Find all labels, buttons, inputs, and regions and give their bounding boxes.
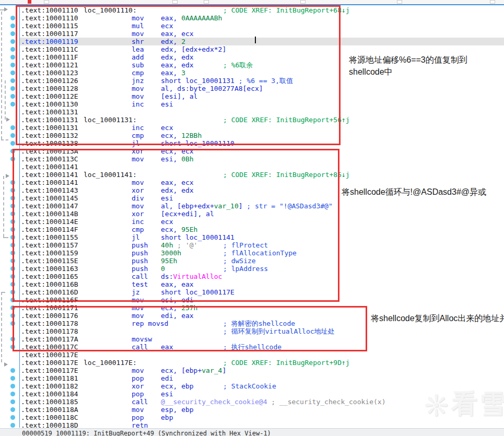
jump-arrow-stub <box>0 9 4 10</box>
breakpoint-dot[interactable] <box>10 86 15 91</box>
toolbar-bookmark-icon[interactable] <box>28 0 31 4</box>
jump-arrow-stub <box>3 237 8 238</box>
asm-operand-segment: esi <box>161 390 173 398</box>
kanxue-watermark: ❊ 看雪 <box>424 386 504 422</box>
toolbar-window-icon[interactable] <box>204 0 209 4</box>
breakpoint-dot[interactable] <box>10 78 15 83</box>
asm-operand-segment: var_4 <box>202 367 222 374</box>
asm-operands: esp, ebp <box>161 406 194 414</box>
toolbar-strip <box>0 0 504 4</box>
breakpoint-dot[interactable] <box>10 384 15 388</box>
asm-address: .text:10001184 <box>21 390 78 398</box>
watermark-text: 看雪 <box>451 388 504 419</box>
status-bar: 00000519 10001119: InitBugReport+49 (Syn… <box>0 428 504 436</box>
snowflake-icon: ❊ <box>424 388 449 422</box>
toolbar-window-icon[interactable] <box>490 0 495 4</box>
asm-mnemonic: xor <box>132 382 144 390</box>
asm-line[interactable]: .text:10001181popedi <box>20 374 504 382</box>
breakpoint-dot[interactable] <box>10 376 15 381</box>
breakpoint-dot[interactable] <box>10 368 15 373</box>
asm-mnemonic: pop <box>132 390 144 398</box>
asm-operand-segment: ebp <box>161 414 173 421</box>
annotation-text: 将源地址偏移%6==3的值复制到 <box>349 54 467 66</box>
asm-line[interactable]: .text:1000117E <box>20 351 504 359</box>
annotation-text: shellcode中 <box>349 66 393 78</box>
asm-operand-segment: ecx, ebp <box>161 382 194 390</box>
asm-line[interactable]: .text:1000117Emovecx, [ebp+var_4] <box>20 367 504 374</box>
breakpoint-dot[interactable] <box>10 55 15 60</box>
breakpoint-dot[interactable] <box>10 141 15 146</box>
ida-disassembly-window: .text:10001110loc_10001110:; CODE XREF: … <box>0 0 504 436</box>
breakpoint-dot[interactable] <box>10 39 15 44</box>
asm-comment: ; StackCookie <box>223 382 276 390</box>
jump-arrow-icon <box>4 7 8 11</box>
asm-address: .text:1000118A <box>21 406 78 414</box>
breakpoint-dot[interactable] <box>10 70 15 75</box>
asm-operand-segment: esp, ebp <box>161 406 194 414</box>
jump-arrow-icon <box>4 362 8 367</box>
breakpoint-dot[interactable] <box>10 133 15 138</box>
breakpoint-dot[interactable] <box>10 125 15 130</box>
jump-arrow-stub <box>1 139 8 140</box>
asm-line[interactable]: .text:1000117Eloc_1000117E:; CODE XREF: … <box>20 359 504 367</box>
asm-address: .text:1000117E <box>21 367 78 374</box>
highlight-box-decode-loop <box>16 5 341 145</box>
breakpoint-dot[interactable] <box>10 407 15 412</box>
breakpoint-dot[interactable] <box>10 102 15 107</box>
asm-address: .text:10001181 <box>21 374 78 382</box>
asm-mnemonic: call <box>132 398 148 406</box>
jump-arrow-line <box>3 176 4 237</box>
text-caret <box>255 37 256 43</box>
breakpoint-dot[interactable] <box>10 23 15 28</box>
asm-operand-segment: @__security_check_cookie@4 <box>161 398 267 406</box>
jump-arrow-icon <box>6 174 9 178</box>
asm-mnemonic: mov <box>132 367 144 374</box>
asm-address: .text:10001182 <box>21 382 78 390</box>
toolbar-window-icon[interactable] <box>300 0 306 4</box>
jump-arrow-line <box>1 292 2 362</box>
breakpoint-dot[interactable] <box>10 415 15 420</box>
asm-address: .text:1000118C <box>21 414 78 421</box>
asm-comment: ; CODE XREF: InitBugReport+9D↑j <box>223 359 350 367</box>
breakpoint-dot[interactable] <box>10 399 15 404</box>
asm-operands: ecx, [ebp+var_4] <box>161 367 226 374</box>
asm-mnemonic: pop <box>132 374 144 382</box>
asm-operand-segment: ecx, [ebp+ <box>161 367 202 374</box>
asm-label: loc_1000117E: <box>84 359 137 367</box>
asm-address: .text:10001185 <box>21 398 78 406</box>
breakpoint-dot[interactable] <box>10 423 15 428</box>
jump-arrow-line <box>5 80 6 120</box>
asm-comment-segment: ; StackCookie <box>223 382 276 390</box>
highlight-box-copy-exec <box>13 306 367 351</box>
asm-operands: esi <box>161 390 173 398</box>
asm-operands: edi <box>161 374 173 382</box>
asm-operand-segment: edi <box>161 374 173 382</box>
asm-address: .text:1000117E <box>21 359 78 367</box>
breakpoint-dot[interactable] <box>10 392 15 396</box>
annotation-text: 将shellcode复制到Alloc出来的地址并执 <box>371 313 504 324</box>
jump-arrow-stub <box>1 292 5 293</box>
asm-operand-segment: ] <box>222 367 226 374</box>
breakpoint-dot[interactable] <box>10 31 15 36</box>
breakpoint-dot[interactable] <box>10 94 15 99</box>
highlight-box-xor-loop <box>13 149 339 302</box>
asm-operands: ecx, ebp <box>161 382 194 390</box>
asm-operand-segment: ; __security_check_cookie(x) <box>267 398 386 406</box>
asm-mnemonic: mov <box>132 406 144 414</box>
breakpoint-dot[interactable] <box>10 16 15 20</box>
toolbar-window-icon[interactable] <box>172 0 178 4</box>
breakpoint-dot[interactable] <box>10 63 15 67</box>
asm-operands: @__security_check_cookie@4 ; __security_… <box>161 398 385 406</box>
jump-arrow-line <box>1 11 2 139</box>
status-bar-text: 00000519 10001119: InitBugReport+49 (Syn… <box>22 430 271 436</box>
annotation-text: 将shellcode循环与!@ASDasd3#@异或 <box>342 186 486 198</box>
asm-comment-segment: ; CODE XREF: InitBugReport+9D↑j <box>223 359 350 367</box>
breakpoint-dot[interactable] <box>10 47 15 52</box>
toolbar-window-icon[interactable] <box>44 0 49 4</box>
jump-arrow-icon <box>6 117 10 122</box>
asm-mnemonic: pop <box>132 414 144 421</box>
toolbar-window-icon[interactable] <box>397 0 402 4</box>
asm-address: .text:1000117E <box>21 351 78 359</box>
asm-operands: ebp <box>161 414 173 421</box>
